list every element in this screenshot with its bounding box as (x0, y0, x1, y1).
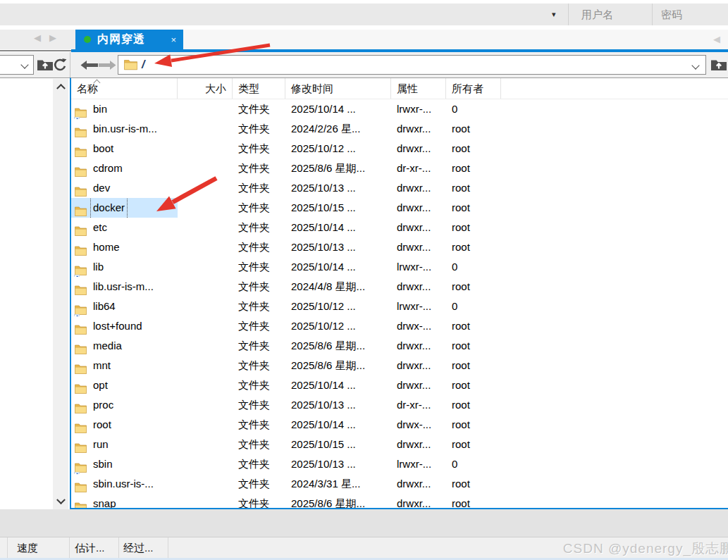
table-row[interactable]: home 文件夹 2025/10/13 ... drwxr... root (71, 237, 728, 257)
file-attr: drwxr... (391, 198, 446, 218)
back-icon[interactable] (80, 59, 99, 74)
file-attr: lrwxr-... (391, 257, 446, 277)
file-size (178, 277, 233, 297)
column-header-owner[interactable]: 所有者 (446, 78, 501, 99)
table-row[interactable]: mnt 文件夹 2025/8/6 星期... drwxr... root (71, 356, 728, 375)
file-type: 文件夹 (233, 395, 285, 415)
folder-icon (75, 183, 87, 193)
file-size (178, 435, 233, 454)
file-type: 文件夹 (233, 277, 285, 297)
host-input[interactable] (0, 4, 550, 25)
table-row[interactable]: lib64 文件夹 2025/10/12 ... lrwxr-... 0 (71, 297, 728, 316)
table-row[interactable]: sbin.usr-is-... 文件夹 2024/3/31 星... drwxr… (71, 474, 728, 494)
file-owner: root (446, 316, 501, 336)
queue-header-elapsed[interactable]: 经过... (123, 537, 154, 559)
file-owner: root (446, 198, 501, 218)
file-owner: root (446, 218, 501, 237)
table-row[interactable]: opt 文件夹 2025/10/14 ... drwxr... root (71, 375, 728, 395)
local-up-folder-icon[interactable] (37, 58, 54, 74)
table-row[interactable]: snap 文件夹 2025/8/6 星期... drwxr... root (71, 494, 728, 509)
column-header-attr[interactable]: 属性 (391, 78, 446, 99)
file-size (178, 474, 233, 494)
file-owner: root (446, 178, 501, 198)
file-mtime: 2025/10/13 ... (285, 395, 391, 415)
remote-up-folder-icon[interactable] (710, 58, 727, 74)
file-name: sbin (91, 454, 115, 474)
forward-icon[interactable] (98, 59, 117, 74)
file-size (178, 494, 233, 509)
scroll-down-icon[interactable] (53, 494, 68, 509)
queue-header-estimate[interactable]: 估计... (75, 537, 105, 559)
table-row[interactable]: bin 文件夹 2025/10/14 ... lrwxr-... 0 (71, 99, 728, 119)
file-name: snap (91, 494, 118, 509)
file-attr: lrwxr-... (391, 454, 446, 474)
file-type: 文件夹 (233, 178, 285, 198)
table-row[interactable]: root 文件夹 2025/10/14 ... drwx-... root (71, 415, 728, 435)
tab-close-icon[interactable]: × (171, 35, 176, 45)
table-row[interactable]: lib.usr-is-m... 文件夹 2024/4/8 星期... drwxr… (71, 277, 728, 297)
column-header-name[interactable]: 名称 (71, 78, 178, 99)
local-scrollbar[interactable] (53, 79, 68, 509)
table-row[interactable]: docker 文件夹 2025/10/15 ... drwxr... root (71, 198, 728, 218)
file-size (178, 119, 233, 139)
table-row[interactable]: cdrom 文件夹 2025/8/6 星期... dr-xr-... root (71, 158, 728, 178)
column-header-size[interactable]: 大小 (178, 78, 233, 99)
file-type: 文件夹 (233, 198, 285, 218)
username-field[interactable]: 用户名 (581, 4, 613, 25)
pane-collapse-icon[interactable]: ◀ (713, 34, 720, 44)
table-row[interactable]: run 文件夹 2025/10/15 ... drwxr... root (71, 435, 728, 454)
table-row[interactable]: proc 文件夹 2025/10/13 ... dr-xr-... root (71, 395, 728, 415)
file-name: bin (91, 99, 109, 119)
transfer-pane-background (0, 509, 728, 537)
file-mtime: 2025/10/14 ... (285, 375, 391, 395)
file-attr: dr-xr-... (391, 395, 446, 415)
file-name: cdrom (91, 158, 125, 178)
file-owner: 0 (446, 297, 501, 316)
table-row[interactable]: dev 文件夹 2025/10/13 ... drwxr... root (71, 178, 728, 198)
queue-header-speed[interactable]: 速度 (17, 537, 38, 559)
file-name: boot (91, 139, 116, 158)
file-name: root (91, 415, 113, 435)
remote-file-panel: 名称 大小 类型 修改时间 属性 所有者 bin (70, 77, 728, 509)
file-type: 文件夹 (233, 257, 285, 277)
table-row[interactable]: etc 文件夹 2025/10/14 ... drwxr... root (71, 218, 728, 237)
table-row[interactable]: boot 文件夹 2025/10/12 ... drwxr... root (71, 139, 728, 158)
folder-icon (75, 479, 87, 489)
table-row[interactable]: lib 文件夹 2025/10/14 ... lrwxr-... 0 (71, 257, 728, 277)
password-field[interactable]: 密码 (661, 4, 682, 25)
file-type: 文件夹 (233, 218, 285, 237)
scroll-up-icon[interactable] (53, 79, 68, 94)
file-owner: root (446, 336, 501, 356)
toolbar-divider (568, 4, 569, 25)
file-name: lib (91, 257, 106, 277)
table-row[interactable]: bin.usr-is-m... 文件夹 2024/2/26 星... drwxr… (71, 119, 728, 139)
local-refresh-icon[interactable] (53, 58, 68, 75)
file-attr: drwxr... (391, 237, 446, 257)
folder-icon (75, 262, 87, 272)
file-attr: drwx-... (391, 415, 446, 435)
folder-icon (124, 59, 137, 73)
column-header-type[interactable]: 类型 (233, 78, 285, 99)
table-row[interactable]: media 文件夹 2025/8/6 星期... drwxr... root (71, 336, 728, 356)
file-attr: drwxr... (391, 139, 446, 158)
remote-path-input[interactable]: / (118, 55, 706, 75)
file-size (178, 316, 233, 336)
folder-icon (75, 499, 87, 509)
table-row[interactable]: sbin 文件夹 2025/10/13 ... lrwxr-... 0 (71, 454, 728, 474)
protocol-dropdown-icon[interactable]: ▾ (552, 4, 556, 25)
file-name: lib.usr-is-m... (91, 277, 156, 297)
path-history-dropdown-icon[interactable] (691, 61, 699, 69)
local-file-pane (0, 77, 70, 509)
file-mtime: 2025/10/15 ... (285, 435, 391, 454)
file-mtime: 2024/2/26 星... (285, 119, 391, 139)
tab-scroll-right-icon[interactable]: ▶ (49, 32, 56, 43)
tab-scroll-left-icon[interactable]: ◀ (34, 32, 41, 43)
file-size (178, 178, 233, 198)
file-mtime: 2025/8/6 星期... (285, 158, 391, 178)
file-attr: drwxr... (391, 474, 446, 494)
column-header-mtime[interactable]: 修改时间 (285, 78, 391, 99)
local-path-combobox[interactable] (0, 55, 34, 75)
table-row[interactable]: lost+found 文件夹 2025/10/12 ... drwx-... r… (71, 316, 728, 336)
tab-session[interactable]: 内网穿透 × (75, 30, 183, 49)
file-size (178, 395, 233, 415)
